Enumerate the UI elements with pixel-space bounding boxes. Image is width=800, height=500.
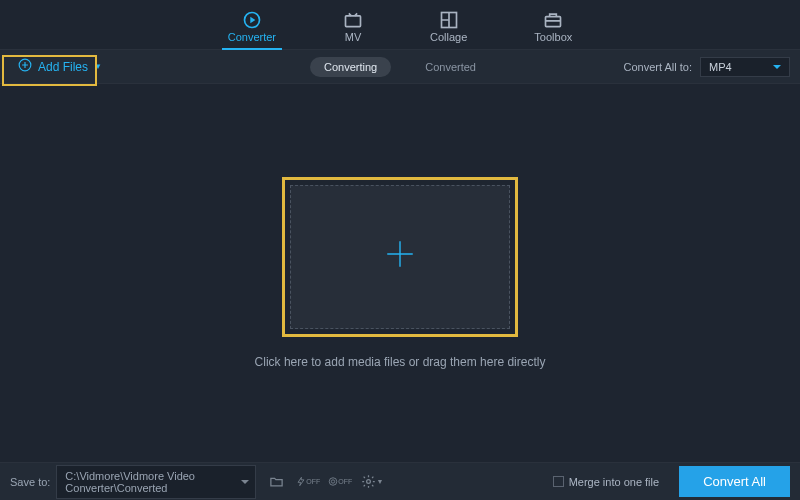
- svg-point-6: [332, 480, 335, 483]
- add-media-dropzone[interactable]: [290, 185, 510, 329]
- tab-label: Converter: [228, 31, 276, 43]
- svg-rect-1: [346, 16, 361, 27]
- tab-converter[interactable]: Converter: [222, 0, 282, 49]
- save-path-select[interactable]: C:\Vidmore\Vidmore Video Converter\Conve…: [56, 465, 256, 499]
- plus-circle-icon: [18, 58, 32, 75]
- save-path-value: C:\Vidmore\Vidmore Video Converter\Conve…: [65, 470, 195, 494]
- convert-all-button[interactable]: Convert All: [679, 466, 790, 497]
- svg-point-5: [330, 478, 338, 486]
- tab-collage[interactable]: Collage: [424, 0, 473, 49]
- status-tabs: Converting Converted: [310, 57, 490, 77]
- converter-icon: [242, 10, 262, 30]
- output-format-select[interactable]: MP4: [700, 57, 790, 77]
- settings-button[interactable]: ▼: [360, 471, 384, 493]
- checkbox-icon: [553, 476, 564, 487]
- convert-all-to-label: Convert All to:: [624, 61, 692, 73]
- save-to-label: Save to:: [10, 476, 50, 488]
- merge-checkbox[interactable]: Merge into one file: [553, 476, 660, 488]
- top-nav: Converter MV Collage Toolbox: [0, 0, 800, 50]
- mv-icon: [343, 10, 363, 30]
- merge-label: Merge into one file: [569, 476, 660, 488]
- drop-hint-text: Click here to add media files or drag th…: [255, 355, 546, 369]
- tab-label: MV: [345, 31, 362, 43]
- tab-label: Collage: [430, 31, 467, 43]
- main-area: Click here to add media files or drag th…: [0, 84, 800, 462]
- open-folder-button[interactable]: [264, 471, 288, 493]
- tab-mv[interactable]: MV: [337, 0, 369, 49]
- tab-toolbox[interactable]: Toolbox: [528, 0, 578, 49]
- add-files-button[interactable]: Add Files ▼: [10, 52, 110, 81]
- highlight-dropzone: [282, 177, 518, 337]
- bottom-bar: Save to: C:\Vidmore\Vidmore Video Conver…: [0, 462, 800, 500]
- collage-icon: [439, 10, 459, 30]
- svg-point-7: [367, 480, 371, 484]
- gpu-accel-button[interactable]: OFF: [296, 471, 320, 493]
- toolbox-icon: [543, 10, 563, 30]
- sub-bar: Add Files ▼ Converting Converted Convert…: [0, 50, 800, 84]
- save-to-group: Save to: C:\Vidmore\Vidmore Video Conver…: [10, 465, 256, 499]
- tab-converting[interactable]: Converting: [310, 57, 391, 77]
- high-speed-button[interactable]: OFF: [328, 471, 352, 493]
- tab-label: Toolbox: [534, 31, 572, 43]
- add-files-label: Add Files: [38, 60, 88, 74]
- plus-icon: [383, 237, 417, 278]
- convert-all-to: Convert All to: MP4: [624, 57, 790, 77]
- tab-converted[interactable]: Converted: [411, 57, 490, 77]
- chevron-down-icon: ▼: [94, 62, 102, 71]
- format-value: MP4: [709, 61, 732, 73]
